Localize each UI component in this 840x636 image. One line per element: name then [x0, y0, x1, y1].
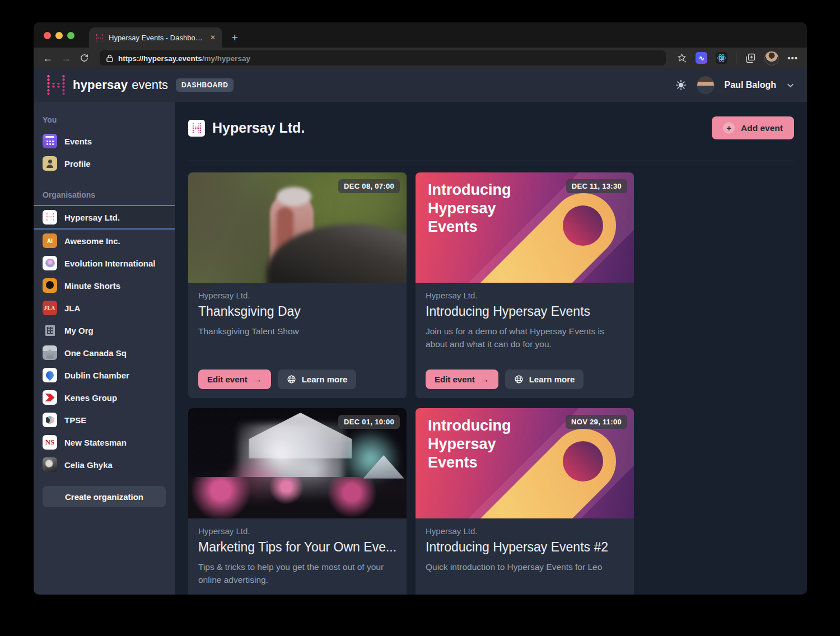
event-card: DEC 08, 07:00 Hypersay Ltd. Thanksgiving… — [188, 172, 407, 398]
event-date-badge: DEC 01, 10:00 — [338, 415, 400, 429]
event-card-image: DEC 08, 07:00 — [188, 172, 407, 283]
event-title: Marketing Tips for Your Own Eve... — [198, 540, 396, 555]
event-card: DEC 01, 10:00 Hypersay Ltd. Marketing Ti… — [188, 408, 407, 595]
event-date-badge: DEC 11, 13:30 — [566, 179, 627, 193]
one-canada-sq-logo — [43, 345, 57, 360]
browser-tab[interactable]: Hypersay Events - Dashboard ✕ — [89, 27, 222, 48]
sidebar-item-organisation[interactable]: TPSE — [34, 409, 175, 431]
banner-title: Introducing Hypersay Events — [428, 181, 511, 236]
sidebar-item-label: JLA — [64, 303, 80, 313]
sidebar-item-events[interactable]: Events — [34, 130, 175, 152]
extension-icon[interactable]: ∿ — [696, 52, 707, 64]
jla-logo: JLA — [43, 301, 57, 315]
reload-icon[interactable] — [80, 53, 89, 63]
theme-toggle-sun-icon[interactable] — [675, 80, 687, 91]
learn-more-button[interactable]: Learn more — [278, 370, 357, 389]
event-org-name: Hypersay Ltd. — [198, 291, 396, 300]
sidebar-item-organisation[interactable]: AI Awesome Inc. — [34, 230, 175, 252]
sidebar-item-label: One Canada Sq — [64, 348, 127, 358]
event-title: Thanksgiving Day — [198, 304, 396, 319]
sidebar-item-label: Celia Ghyka — [64, 460, 113, 470]
new-statesman-logo: NS — [43, 435, 57, 450]
sidebar-item-label: New Statesman — [64, 438, 127, 447]
user-name[interactable]: Paul Balogh — [725, 80, 776, 90]
event-org-name: Hypersay Ltd. — [198, 526, 396, 536]
event-card-image: Introducing Hypersay Events NOV 29, 11:0… — [416, 408, 634, 518]
minimize-window-button[interactable] — [55, 32, 63, 39]
sidebar-item-organisation[interactable]: NS New Statesman — [34, 431, 175, 453]
traffic-lights — [44, 32, 74, 39]
globe-icon — [514, 375, 524, 384]
sidebar-item-label: Kenes Group — [64, 393, 117, 403]
edit-event-button[interactable]: Edit event→ — [426, 370, 498, 389]
sidebar-item-label: Evolution International — [64, 259, 156, 268]
browser-profile-avatar[interactable] — [764, 51, 779, 66]
close-window-button[interactable] — [44, 32, 51, 39]
browser-tab-strip: Hypersay Events - Dashboard ✕ + — [34, 22, 807, 48]
dashboard-badge: DASHBOARD — [176, 78, 234, 92]
create-organization-button[interactable]: Create organization — [43, 486, 166, 507]
sidebar-item-label: Profile — [64, 159, 91, 169]
brand-name: hypersay — [73, 78, 128, 92]
tag-hole-shape — [563, 441, 603, 481]
add-event-button[interactable]: + Add event — [712, 116, 794, 139]
plus-icon: + — [723, 122, 735, 134]
sidebar-item-organisation[interactable]: Dublin Chamber — [34, 364, 175, 386]
browser-toolbar: ← → https://hypersay.events/my/hypersay … — [34, 48, 807, 68]
sidebar-section-organisations: Organisations — [34, 190, 175, 199]
chevron-down-icon[interactable] — [786, 81, 795, 90]
sidebar-section-you: You — [34, 115, 175, 124]
person-icon — [43, 156, 57, 171]
address-bar[interactable]: https://hypersay.events/my/hypersay — [100, 50, 666, 66]
user-avatar[interactable] — [697, 76, 715, 94]
arrow-right-icon: → — [480, 375, 489, 385]
favorite-star-icon[interactable] — [676, 53, 687, 63]
tab-close-icon[interactable]: ✕ — [210, 34, 216, 41]
tpse-logo — [43, 413, 57, 427]
sidebar: You Events Profile Organisations Hypersa… — [34, 102, 175, 595]
arrow-right-icon: → — [253, 375, 262, 385]
back-icon[interactable]: ← — [43, 53, 53, 63]
browser-menu-icon[interactable]: ••• — [787, 53, 798, 63]
tag-hole-shape — [563, 205, 603, 246]
sidebar-item-profile[interactable]: Profile — [34, 152, 175, 175]
zoom-window-button[interactable] — [67, 32, 74, 39]
new-tab-button[interactable]: + — [231, 31, 238, 44]
event-org-name: Hypersay Ltd. — [426, 291, 624, 300]
minute-shorts-logo — [43, 278, 57, 293]
building-icon — [43, 323, 57, 338]
sidebar-item-label: Dublin Chamber — [64, 371, 129, 380]
sidebar-item-organisation[interactable]: Evolution International — [34, 252, 175, 274]
event-date-badge: NOV 29, 11:00 — [566, 415, 627, 429]
sidebar-item-organisation[interactable]: My Org — [34, 319, 175, 342]
sidebar-item-label: My Org — [64, 326, 94, 335]
lock-icon — [106, 54, 113, 62]
sidebar-item-organisation[interactable]: Kenes Group — [34, 386, 175, 409]
event-org-name: Hypersay Ltd. — [426, 526, 624, 536]
sidebar-item-organisation[interactable]: Celia Ghyka — [34, 453, 175, 476]
learn-more-button[interactable]: Learn more — [505, 370, 584, 389]
sidebar-item-organisation[interactable]: Minute Shorts — [34, 274, 175, 297]
sidebar-item-organisation[interactable]: One Canada Sq — [34, 342, 175, 364]
org-tabs — [188, 153, 794, 161]
app-header: hypersay events DASHBOARD Paul Balogh — [34, 68, 807, 102]
event-card-image: DEC 01, 10:00 — [188, 408, 407, 518]
banner-title: Introducing Hypersay Events — [428, 417, 511, 472]
forward-icon[interactable]: → — [61, 53, 71, 63]
edit-event-button[interactable]: Edit event→ — [198, 370, 271, 389]
event-title: Introducing Hypersay Events #2 — [426, 540, 624, 555]
event-date-badge: DEC 08, 07:00 — [338, 179, 400, 193]
browser-window: Hypersay Events - Dashboard ✕ + ← → http… — [34, 22, 807, 595]
events-grid: DEC 08, 07:00 Hypersay Ltd. Thanksgiving… — [188, 172, 794, 595]
react-devtools-icon[interactable] — [716, 52, 727, 64]
event-card: Introducing Hypersay Events NOV 29, 11:0… — [416, 408, 634, 595]
kenes-group-logo — [43, 390, 57, 405]
hypersay-logo — [46, 74, 66, 96]
hypersay-logo — [43, 210, 57, 225]
org-title-icon — [188, 120, 205, 137]
collections-icon[interactable] — [745, 53, 756, 64]
sidebar-item-organisation[interactable]: JLA JLA — [34, 297, 175, 319]
sidebar-item-label: Hypersay Ltd. — [64, 213, 120, 222]
event-title: Introducing Hypersay Events — [426, 304, 624, 319]
sidebar-item-organisation[interactable]: Hypersay Ltd. — [34, 205, 175, 230]
